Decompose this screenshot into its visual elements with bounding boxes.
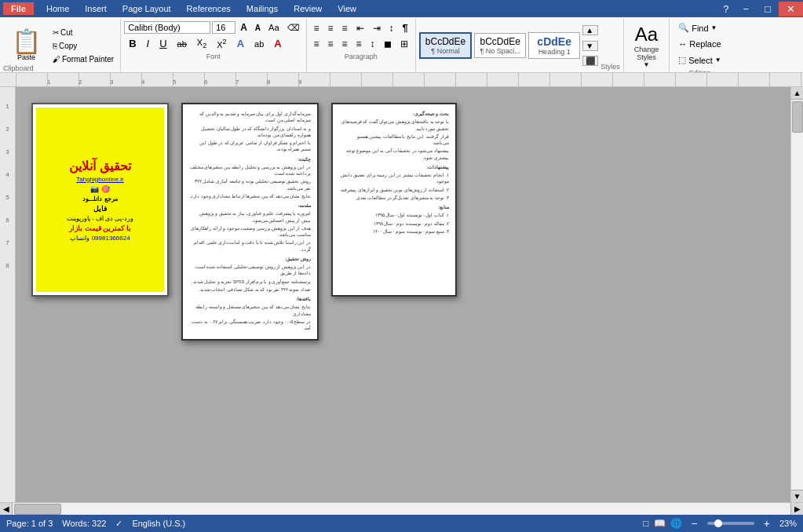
tab-page-layout[interactable]: Page Layout [115,2,179,15]
find-icon: 🔍 [678,23,689,33]
tab-view[interactable]: View [330,2,364,15]
styles-scroll-up-button[interactable]: ▲ [582,25,598,35]
change-case-button[interactable]: Aa [265,21,282,34]
increase-indent-button[interactable]: ⇥ [369,21,385,35]
select-button[interactable]: ⬚ Select ▼ [673,53,727,67]
editing-group-label: Editing [673,69,727,72]
close-button[interactable]: ✕ [779,2,803,16]
status-right-icons: □ 📖 🌐 [643,518,681,529]
find-dropdown-icon: ▼ [711,24,717,31]
right-scrollbar[interactable]: ▲ ▼ [790,87,803,502]
page-info: Page: 1 of 3 [6,519,53,528]
align-left-button[interactable]: ≡ [310,37,323,51]
align-right-button[interactable]: ≡ [338,37,352,51]
language-indicator[interactable]: English (U.S.) [132,519,185,528]
file-tab-button[interactable]: File [3,2,34,15]
select-icon: ⬚ [678,55,686,65]
change-styles-button[interactable]: Aa ChangeStyles ▼ [629,20,665,72]
scroll-right-button[interactable]: ▶ [790,503,803,515]
full-reading-icon[interactable]: 📖 [654,518,666,529]
tab-home[interactable]: Home [38,2,77,15]
page1-url: Tahghighonline.ir [76,176,124,183]
page1-social-icons: 📷 🎯 [90,185,110,193]
zoom-slider-container[interactable] [707,522,754,525]
scroll-thumb[interactable] [792,101,803,133]
page1-title: تحقیق آنلاین [69,159,130,173]
subscript-button[interactable]: X2 [192,36,211,51]
shading-button[interactable]: ◼ [380,37,396,51]
zoom-in-button[interactable]: + [764,517,770,530]
horizontal-scroll-thumb[interactable] [14,504,61,515]
copy-button[interactable]: ⎘ Copy [49,40,117,52]
style-no-spacing[interactable]: bCcDdEe ¶ No Spaci... [474,33,526,58]
clear-format-button[interactable]: ⌫ [284,21,303,35]
bullets-button[interactable]: ≡ [310,21,323,35]
justify-button[interactable]: ≡ [352,37,366,51]
style-heading1[interactable]: cDdEe Heading 1 [528,32,580,59]
page1-price: با کمترین قیمت بازار [69,224,131,232]
status-bar: Page: 1 of 3 Words: 322 ✓ English (U.S.)… [0,515,803,532]
text-effects-button[interactable]: A [232,36,249,51]
italic-button[interactable]: I [142,36,155,51]
decrease-indent-button[interactable]: ⇤ [352,21,368,35]
document-canvas: تحقیق آنلاین Tahghighonline.ir 📷 🎯 مرجع … [16,87,790,502]
page1-formats: ورد-پی دی اف - پاورپوینت [67,215,133,222]
print-layout-icon[interactable]: □ [643,518,648,529]
tab-references[interactable]: References [179,2,239,15]
page1-phone: 09981366624 واتساپ [70,235,130,242]
select-dropdown-icon: ▼ [715,56,721,64]
font-color-button[interactable]: A [269,36,286,51]
styles-more-button[interactable]: ⬛ [582,56,598,66]
help-icon[interactable]: ? [717,3,735,15]
strikethrough-button[interactable]: ab [173,38,192,50]
format-painter-button[interactable]: 🖌 Format Painter [49,53,117,65]
zoom-slider-thumb[interactable] [714,519,722,527]
clipboard-label: Clipboard [3,64,34,72]
align-center-button[interactable]: ≡ [324,37,338,51]
bold-button[interactable]: B [124,36,141,51]
page1-file-label: فایل [93,205,107,213]
superscript-button[interactable]: X2 [212,36,231,51]
zoom-out-button[interactable]: − [692,517,698,530]
minimize-button[interactable]: − [735,2,757,16]
web-layout-icon[interactable]: 🌐 [670,518,682,529]
font-shrink-button[interactable]: A [252,22,264,34]
zoom-level: 23% [779,519,797,528]
style-normal[interactable]: bCcDdEe ¶ Normal [419,32,472,59]
sort-button[interactable]: ↕ [385,21,398,35]
scroll-down-button[interactable]: ▼ [791,490,803,502]
maximize-button[interactable]: □ [757,2,779,16]
borders-button[interactable]: ⊞ [396,37,412,51]
line-spacing-button[interactable]: ↕ [367,37,379,51]
spell-check-icon[interactable]: ✓ [115,519,122,529]
page-1: تحقیق آنلاین Tahghighonline.ir 📷 🎯 مرجع … [31,103,169,297]
replace-button[interactable]: ↔ Replace [673,37,727,51]
highlight-button[interactable]: ab [250,38,268,50]
scroll-left-button[interactable]: ◀ [0,503,13,515]
cut-button[interactable]: ✂ Cut [49,27,117,38]
tab-insert[interactable]: Insert [77,2,115,15]
change-styles-icon: Aa [635,24,658,46]
tab-mailings[interactable]: Mailings [239,2,286,15]
font-size-input[interactable] [212,21,235,34]
multilevel-button[interactable]: ≡ [338,21,352,35]
page-3: بحث و نتیجه‌گیری: با توجه به یافته‌های پ… [331,103,457,297]
paragraph-group-label: Paragraph [310,53,412,60]
find-button[interactable]: 🔍 Find ▼ [673,20,727,35]
page-2: سرمایه‌گذاری اول برای بیان سرمایه و تقدی… [181,103,319,341]
horizontal-scroll-track [13,503,790,515]
scroll-up-button[interactable]: ▲ [791,87,803,100]
vertical-ruler: 12345678 [0,87,16,502]
numbering-button[interactable]: ≡ [324,21,338,35]
show-marks-button[interactable]: ¶ [399,20,412,35]
styles-scroll-down-button[interactable]: ▼ [582,41,598,51]
replace-icon: ↔ [678,39,687,49]
tab-review[interactable]: Review [286,2,330,15]
paste-button[interactable]: 📋 Paste [5,27,48,64]
ruler: 1 2 3 4 5 6 7 8 9 [16,73,803,86]
font-name-input[interactable] [124,21,210,34]
font-grow-button[interactable]: A [237,20,250,35]
styles-group-label: Styles [600,63,620,71]
word-count: Words: 322 [62,519,106,528]
underline-button[interactable]: U [155,36,171,51]
